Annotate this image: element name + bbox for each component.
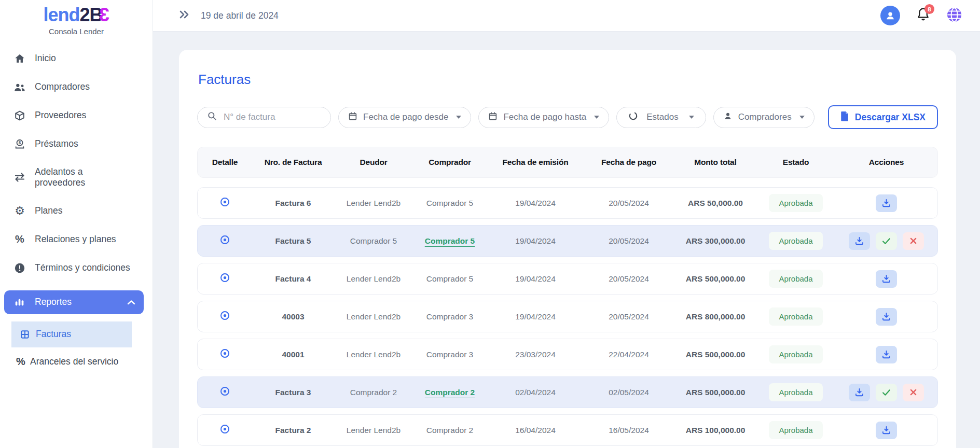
invoice-search-field[interactable] — [197, 107, 331, 128]
logo-subtitle: Consola Lender — [0, 27, 153, 36]
date-to-filter[interactable]: Fecha de pago hasta — [478, 107, 609, 128]
buyer-link[interactable]: Comprador 5 — [425, 236, 475, 245]
approve-button[interactable] — [876, 232, 897, 250]
pay-date: 02/05/2024 — [584, 388, 673, 397]
table-row: Factura 2 Lender Lend2b Comprador 2 16/0… — [197, 414, 938, 446]
view-detail-button[interactable] — [219, 272, 230, 283]
download-button[interactable] — [849, 384, 870, 401]
sidebar-item-relaciones[interactable]: % Relaciones y planes — [0, 233, 153, 246]
download-button[interactable] — [876, 422, 897, 439]
view-detail-button[interactable] — [219, 197, 230, 207]
download-button[interactable] — [849, 232, 870, 250]
chevron-down-icon — [799, 116, 805, 119]
brand-logo: lend2B3 Consola Lender — [0, 0, 153, 36]
main-area: 19 de abril de 2024 8 Facturas — [153, 0, 980, 448]
row-actions — [834, 346, 938, 363]
gear-icon: ⚙ — [13, 205, 26, 217]
invoice-number: Factura 5 — [252, 236, 334, 246]
invoice-number: Factura 4 — [252, 274, 334, 284]
status-badge: Aprobada — [769, 270, 822, 288]
download-button[interactable] — [876, 308, 897, 326]
file-icon — [840, 111, 849, 124]
column-header: Deudor — [334, 158, 413, 167]
calendar-icon — [348, 111, 357, 123]
sidebar-item-adelantos[interactable]: Adelantos a proveedores — [0, 166, 153, 189]
sidebar-subitem-label: Facturas — [36, 329, 71, 340]
logo-flourish: 3 — [100, 4, 109, 26]
person-icon — [723, 111, 733, 123]
issue-date: 02/04/2024 — [487, 388, 584, 397]
issue-date: 19/04/2024 — [487, 199, 584, 208]
date-from-label: Fecha de pago desde — [363, 112, 448, 122]
logo-part-2b: 2B — [79, 4, 102, 25]
status-badge: Aprobada — [769, 307, 822, 326]
table-row: 40001 Lender Lend2b Comprador 3 23/03/20… — [197, 339, 938, 370]
sidebar-item-label: Planes — [35, 205, 63, 216]
language-globe-button[interactable] — [946, 7, 962, 25]
table-row: Factura 5 Comprador 5 Comprador 5 19/04/… — [197, 225, 938, 257]
sidebar-item-reportes[interactable]: Reportes — [4, 290, 144, 314]
status-badge: Aprobada — [769, 383, 822, 401]
sidebar-nav: Inicio Compradores Proveedores $ Préstam… — [0, 36, 153, 373]
sidebar-item-proveedores[interactable]: Proveedores — [0, 109, 153, 122]
logo-part-lend: lend — [43, 4, 79, 25]
sidebar-subitem-aranceles[interactable]: % Aranceles del servicio — [11, 351, 132, 373]
view-detail-button[interactable] — [219, 386, 230, 397]
search-input[interactable] — [223, 111, 316, 123]
table-row: Factura 6 Lender Lend2b Comprador 5 19/0… — [197, 187, 938, 219]
notifications-button[interactable]: 8 — [916, 7, 931, 24]
reject-button[interactable] — [903, 384, 924, 401]
date-from-filter[interactable]: Fecha de pago desde — [338, 107, 471, 128]
sidebar-item-compradores[interactable]: Compradores — [0, 81, 153, 93]
row-actions — [834, 194, 938, 212]
amount: ARS 500,000.00 — [673, 350, 757, 359]
date-to-label: Fecha de pago hasta — [503, 112, 586, 122]
view-detail-button[interactable] — [219, 310, 230, 321]
sidebar-subitem-label: Aranceles del servicio — [30, 356, 118, 367]
sidebar-item-label: Reportes — [35, 297, 72, 307]
download-xlsx-button[interactable]: Descargar XLSX — [828, 105, 938, 129]
sidebar-subitem-facturas[interactable]: Facturas — [11, 321, 132, 347]
row-actions — [834, 308, 938, 326]
invoice-number: Factura 3 — [252, 388, 334, 397]
sidebar-item-label: Términos y condiciones — [35, 262, 130, 273]
sidebar-expand-icon[interactable] — [179, 10, 190, 21]
pay-date: 20/05/2024 — [584, 312, 673, 321]
chevron-down-icon — [689, 116, 694, 119]
buyer: Comprador 3 — [413, 312, 487, 321]
column-header: Estado — [757, 158, 834, 167]
states-filter[interactable]: Estados — [616, 107, 706, 128]
invoice-number: Factura 2 — [252, 426, 334, 435]
chevron-up-icon — [127, 297, 135, 307]
cube-icon — [13, 109, 26, 122]
sidebar-item-planes[interactable]: ⚙ Planes — [0, 205, 153, 217]
status-badge: Aprobada — [769, 232, 822, 250]
svg-text:$: $ — [19, 141, 21, 145]
content-area: Facturas Fecha de pago desde — [153, 32, 980, 448]
pay-date: 20/05/2024 — [584, 274, 673, 284]
sidebar-item-terminos[interactable]: Términos y condiciones — [0, 262, 153, 274]
sidebar-item-prestamos[interactable]: $ Préstamos — [0, 138, 153, 150]
view-detail-button[interactable] — [219, 234, 230, 245]
download-button[interactable] — [876, 194, 897, 212]
buyer-link[interactable]: Comprador 2 — [425, 388, 475, 397]
sidebar-item-label: Relaciones y planes — [35, 234, 116, 245]
approve-button[interactable] — [876, 384, 897, 401]
column-header: Fecha de pago — [584, 158, 673, 167]
debtor: Lender Lend2b — [334, 274, 413, 284]
download-button[interactable] — [876, 270, 897, 288]
user-avatar[interactable] — [880, 6, 900, 25]
percent-icon: % — [15, 356, 27, 368]
buyer: Comprador 5 — [413, 236, 487, 246]
bar-chart-icon — [13, 296, 26, 309]
reject-button[interactable] — [903, 232, 924, 250]
view-detail-button[interactable] — [219, 424, 230, 435]
view-detail-button[interactable] — [219, 348, 230, 359]
amount: ARS 800,000.00 — [673, 312, 757, 321]
buyers-filter[interactable]: Compradores — [713, 107, 815, 128]
sidebar-item-inicio[interactable]: Inicio — [0, 52, 153, 65]
download-button[interactable] — [876, 346, 897, 363]
amount: ARS 50,000.00 — [673, 199, 757, 208]
app-window: lend2B3 Consola Lender Inicio Compradore… — [0, 0, 980, 448]
download-xlsx-label: Descargar XLSX — [855, 112, 926, 123]
